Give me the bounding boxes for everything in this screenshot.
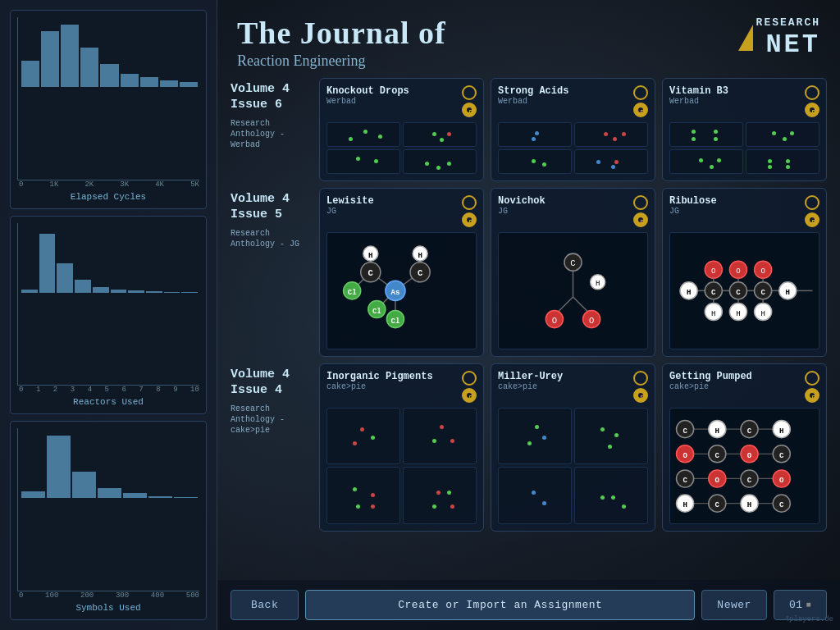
chart-bar [80,48,98,87]
page-number-label: 01 [789,599,803,611]
chart-bar [47,436,71,498]
molecule-dot [432,132,436,136]
article-card[interactable]: Getting Pumped cake>pie C [662,363,827,532]
molecule-grid [326,122,477,174]
status-circle-2 [805,103,819,117]
molecule-dot [440,425,444,429]
article-author: JG [498,207,546,216]
svg-text:O: O [589,315,594,325]
newer-button[interactable]: Newer [701,590,767,620]
article-title: Inorganic Pigments [326,371,433,382]
svg-text:H: H [596,279,600,288]
status-circle-2 [633,388,648,403]
watermark-text: 4players.de [785,615,833,623]
molecule-cell [403,467,477,524]
molecule-cell [326,467,400,524]
inner-dot [467,107,472,112]
svg-text:C: C [715,450,720,459]
back-button[interactable]: Back [231,590,299,620]
svg-text:H: H [368,250,372,259]
left-panel: 01K2K3K4K5K Elapsed Cycles 012345678910 … [0,0,217,630]
symbols-label: Symbols Used [17,603,199,613]
status-circle-2 [805,388,819,403]
molecule-dot [374,159,378,163]
inner-dot [638,217,643,222]
article-header: Miller-Urey cake>pie [498,371,648,403]
svg-text:C: C [747,426,752,435]
svg-text:C: C [736,288,741,297]
article-card[interactable]: Novichok JG C [491,188,655,357]
volume-row: Volume 4Issue 5Research Anthology - JG L… [231,188,827,357]
article-card[interactable]: Ribulose JG H [662,188,827,357]
article-author: JG [326,207,374,216]
status-icons [633,195,648,227]
inner-dot [810,107,815,112]
molecule-grid [669,122,819,174]
molecule-dot [783,137,787,141]
chart-bar [181,292,198,293]
article-author: Werbad [498,97,568,106]
chart-x-label: 400 [151,591,164,600]
reactors-chart: 012345678910 Reactors Used [10,216,207,415]
svg-text:C: C [368,268,374,278]
chart-bar [21,61,39,87]
status-circle-1 [633,195,648,210]
chart-x-label: 0 [19,591,23,600]
chart-x-label: 10 [190,386,199,394]
chart-x-label: 4K [155,180,164,189]
molecule-cell [574,149,648,174]
chart-x-label: 9 [173,386,177,394]
molecule-grid [498,408,648,525]
inner-dot-accent [469,110,473,114]
logo-triangle-icon [738,25,753,51]
molecule-dot [378,135,382,139]
elapsed-cycles-chart: 01K2K3K4K5K Elapsed Cycles [10,10,207,209]
svg-text:H: H [779,426,783,435]
chart-x-label: 2 [53,386,57,394]
status-circle-1 [462,85,477,100]
symbols-chart: 0100200300400500 Symbols Used [10,421,207,620]
header: The Journal of Reaction Engineering RESE… [217,0,840,78]
molecule-dot [440,138,444,142]
chart-x-label: 5K [190,180,199,189]
content-area: Volume 4Issue 6Research Anthology - Werb… [217,78,840,580]
inner-dot-accent [641,220,645,224]
molecule-dot [600,427,605,431]
svg-text:Cl: Cl [372,306,381,315]
article-card[interactable]: Strong Acids Werbad [491,78,655,181]
svg-text:O: O [682,450,687,459]
molecule-dot [613,137,617,141]
molecule-dot [535,425,539,429]
molecule-dot [363,130,368,134]
chart-bar [21,290,38,293]
article-card[interactable]: Inorganic Pigments cake>pie [319,363,484,532]
molecule-dot [542,162,546,167]
svg-text:Cl: Cl [391,316,400,325]
molecule-cell [326,408,400,465]
molecule-dot [714,130,718,134]
svg-text:C: C [570,258,575,268]
svg-text:As: As [391,288,400,297]
molecule-dot [611,495,615,500]
logo-net-text: NET [756,30,820,60]
article-card[interactable]: Lewisite JG [319,188,484,357]
molecule-dot [692,137,696,141]
create-import-button[interactable]: Create or Import an Assignment [305,590,695,620]
article-card[interactable]: Miller-Urey cake>pie [491,363,655,532]
right-panel: The Journal of Reaction Engineering RESE… [217,0,840,630]
molecule-cell [403,149,477,174]
molecule-dot [447,132,451,136]
status-circle-2 [633,103,648,117]
molecule-dot [356,157,360,161]
molecule-dot [371,436,375,440]
inner-dot [638,393,643,398]
molecule-display: C C As Cl Cl Cl H H [326,232,477,349]
volume-row: Volume 4Issue 6Research Anthology - Werb… [231,78,827,181]
article-card[interactable]: Vitamin B3 Werbad [662,78,827,181]
molecule-cell [669,122,743,147]
article-card[interactable]: Knockout Drops Werbad [319,78,484,181]
chart-x-label: 3K [120,180,129,189]
inner-dot [467,217,472,222]
svg-text:O: O [715,476,720,485]
molecule-dot [710,165,714,169]
